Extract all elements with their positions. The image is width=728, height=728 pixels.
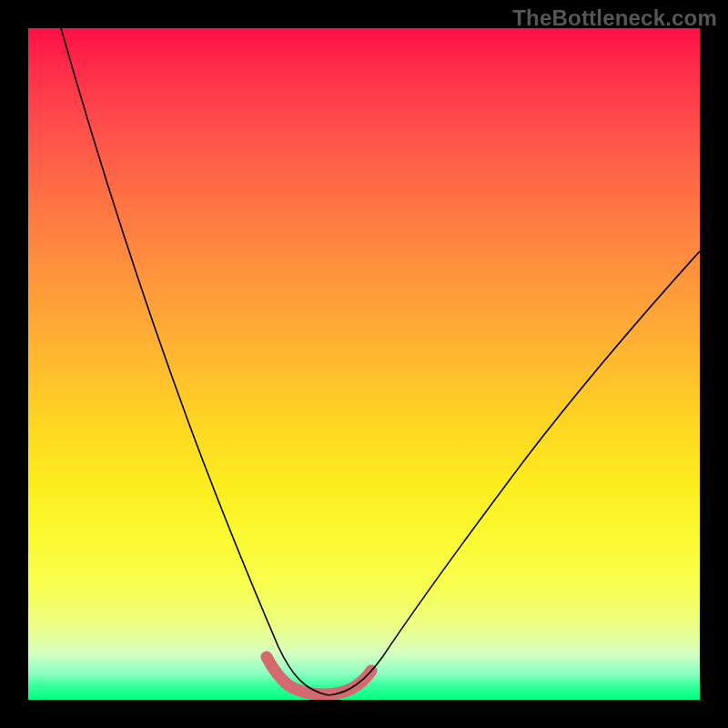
chart-frame: TheBottleneck.com <box>0 0 728 728</box>
curve-layer <box>28 28 700 700</box>
watermark-text: TheBottleneck.com <box>512 5 717 31</box>
bottleneck-curve-right <box>329 251 700 695</box>
bottleneck-curve-left <box>61 28 329 695</box>
plot-area <box>28 28 700 700</box>
optimal-range-highlight <box>267 657 371 694</box>
